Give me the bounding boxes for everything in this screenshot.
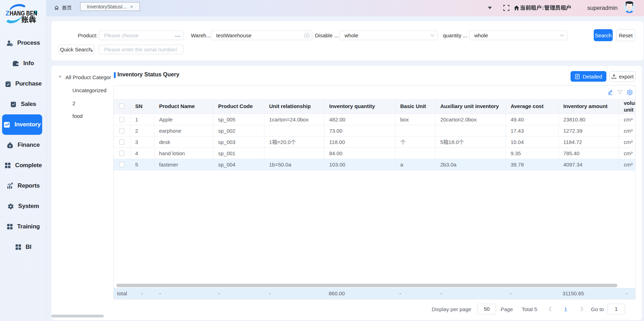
svg-text:Z: Z [6,10,9,17]
svg-text:HANG BEN: HANG BEN [10,10,37,17]
svg-text:¥: ¥ [9,144,11,148]
